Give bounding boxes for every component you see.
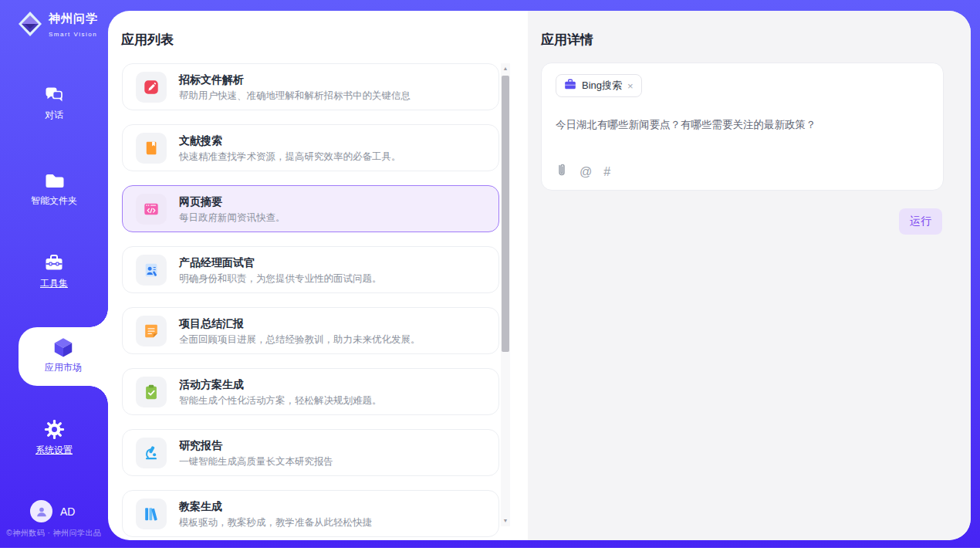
app-list-item-project-summary[interactable]: 项目总结汇报 全面回顾项目进展，总结经验教训，助力未来优化发展。	[122, 307, 499, 354]
books-icon	[136, 499, 167, 529]
app-list-item-web-summary[interactable]: 网页摘要 每日政府新闻资讯快查。	[122, 185, 499, 232]
mention-icon[interactable]: @	[580, 165, 592, 179]
list-scrollbar[interactable]: ▲ ▼	[501, 63, 510, 526]
app-desc: 帮助用户快速、准确地理解和解析招标书中的关键信息	[179, 90, 411, 102]
app-desc: 快速精准查找学术资源，提高研究效率的必备工具。	[179, 150, 401, 163]
scrollbar-up-icon[interactable]: ▲	[501, 63, 510, 74]
clipboard-check-icon	[136, 377, 167, 407]
briefcase-icon	[564, 79, 576, 93]
chip-label: Bing搜索	[582, 79, 622, 93]
app-list-item-literature-search[interactable]: 文献搜索 快速精准查找学术资源，提高研究效率的必备工具。	[122, 124, 499, 171]
app-desc: 模板驱动，教案秒成，教学准备从此轻松快捷	[179, 516, 372, 529]
brand-logo: 神州问学 Smart Vision	[16, 10, 98, 41]
app-detail-title: 应用详情	[541, 31, 593, 49]
note-icon	[136, 316, 167, 346]
app-list-item-research-report[interactable]: 研究报告 一键智能生成高质量长文本研究报告	[122, 429, 499, 476]
app-list: 招标文件解析 帮助用户快速、准确地理解和解析招标书中的关键信息 文献搜索 快速精…	[122, 63, 499, 540]
microscope-icon	[136, 438, 167, 468]
app-title: 项目总结汇报	[179, 316, 421, 330]
user-account[interactable]: AD	[30, 500, 75, 522]
app-title: 文献搜索	[179, 134, 401, 147]
app-title: 网页摘要	[179, 194, 286, 208]
app-desc: 每日政府新闻资讯快查。	[179, 211, 286, 224]
prompt-toolbar: @ #	[556, 163, 610, 181]
sidebar-item-toolset[interactable]: 工具集	[0, 253, 108, 290]
app-title: 活动方案生成	[179, 377, 382, 391]
sidebar-item-chat[interactable]: 对话	[0, 85, 108, 122]
sidebar-item-label: 应用市场	[19, 361, 108, 374]
attachment-icon[interactable]	[556, 163, 568, 181]
chat-icon	[0, 85, 108, 105]
run-button[interactable]: 运行	[899, 208, 942, 235]
sidebar-item-settings[interactable]: 系统设置	[0, 419, 108, 457]
folder-icon	[0, 171, 108, 191]
avatar	[30, 500, 52, 522]
app-desc: 明确身份和职责，为您提供专业性的面试问题。	[179, 272, 382, 285]
app-title: 产品经理面试官	[179, 255, 382, 269]
hash-icon[interactable]: #	[603, 165, 610, 179]
app-desc: 全面回顾项目进展，总结经验教训，助力未来优化发展。	[179, 333, 421, 346]
app-list-item-pm-interviewer[interactable]: 产品经理面试官 明确身份和职责，为您提供专业性的面试问题。	[122, 246, 499, 293]
prompt-input[interactable]: Bing搜索 × 今日湖北有哪些新闻要点？有哪些需要关注的最新政策？ @ #	[541, 63, 944, 191]
toolbox-icon	[0, 253, 108, 273]
user-initials: AD	[60, 505, 75, 518]
sidebar-item-label: 系统设置	[0, 444, 108, 457]
sidebar-item-smart-folder[interactable]: 智能文件夹	[0, 171, 108, 208]
sidebar-item-label: 智能文件夹	[0, 194, 108, 208]
app-title: 招标文件解析	[179, 73, 411, 86]
scrollbar-down-icon[interactable]: ▼	[501, 516, 510, 526]
app-list-item-bid-doc[interactable]: 招标文件解析 帮助用户快速、准确地理解和解析招标书中的关键信息	[122, 63, 499, 110]
sidebar-item-label: 对话	[0, 109, 108, 122]
brand-name: 神州问学	[49, 12, 98, 25]
app-list-item-activity-plan[interactable]: 活动方案生成 智能生成个性化活动方案，轻松解决规划难题。	[122, 368, 499, 415]
brand-subtitle: Smart Vision	[49, 31, 97, 38]
document-edit-icon	[136, 72, 167, 103]
prompt-text: 今日湖北有哪些新闻要点？有哪些需要关注的最新政策？	[556, 117, 929, 132]
app-detail-panel: 应用详情 Bing搜索 × 今日湖北有哪些新闻要点？有哪些需要关注的最新政策？	[528, 11, 971, 540]
sidebar-item-label: 工具集	[0, 277, 108, 290]
diamond-logo-icon	[16, 10, 44, 41]
app-desc: 智能生成个性化活动方案，轻松解决规划难题。	[179, 394, 382, 407]
sidebar-item-app-market[interactable]: 应用市场	[19, 327, 108, 386]
chip-close-icon[interactable]: ×	[627, 81, 634, 91]
app-desc: 一键智能生成高质量长文本研究报告	[179, 455, 333, 468]
app-title: 教案生成	[179, 499, 372, 513]
web-code-icon	[136, 194, 167, 225]
interviewer-icon	[136, 255, 167, 286]
app-list-title: 应用列表	[121, 31, 174, 49]
app-window: 神州问学 Smart Vision 对话 智能文件夹	[0, 0, 980, 548]
cube-icon	[19, 336, 108, 359]
sidebar: 神州问学 Smart Vision 对话 智能文件夹	[0, 0, 108, 548]
app-title: 研究报告	[179, 438, 333, 452]
tool-chip-bing-search[interactable]: Bing搜索 ×	[556, 74, 642, 97]
gear-icon	[0, 419, 108, 440]
app-list-item-lesson-plan[interactable]: 教案生成 模板驱动，教案秒成，教学准备从此轻松快捷	[122, 490, 499, 537]
scrollbar-thumb[interactable]	[502, 76, 509, 352]
copyright-text: ©神州数码 · 神州问学出品	[0, 528, 108, 539]
book-icon	[136, 133, 167, 164]
main-panel: 应用列表 招标文件解析 帮助用户快速、准确地理解和解析招标书中的关键信息	[108, 11, 971, 540]
